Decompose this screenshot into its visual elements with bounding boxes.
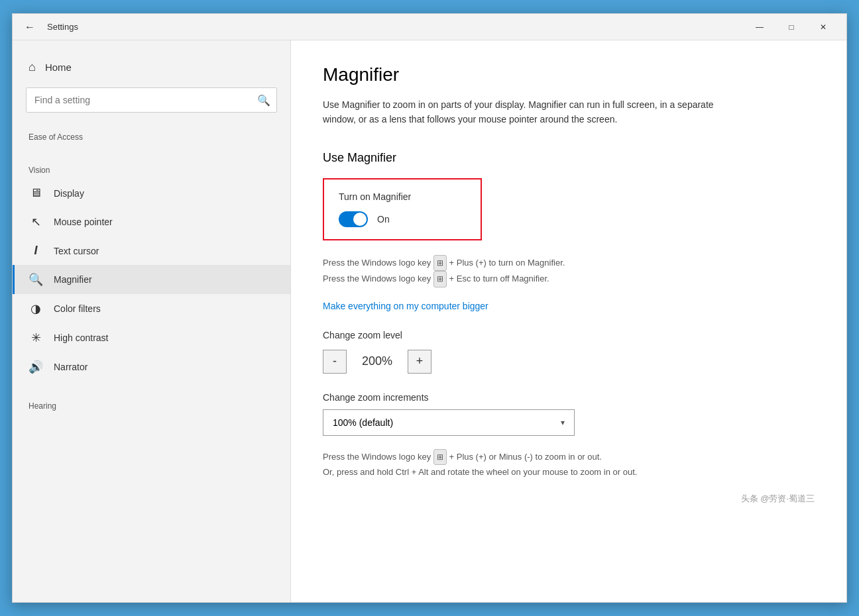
zoom-level-title: Change zoom level: [323, 330, 815, 340]
narrator-icon: 🔊: [29, 360, 43, 374]
bigger-link[interactable]: Make everything on my computer bigger: [323, 301, 815, 311]
color-filters-icon: ◑: [29, 301, 43, 316]
zoom-increments-title: Change zoom increments: [323, 392, 815, 403]
zoom-controls: - 200% +: [323, 350, 815, 374]
zoom-increments-dropdown[interactable]: 100% (default) ▾: [323, 409, 575, 436]
content-area: ⌂ Home 🔍 Ease of Access Vision 🖥 Display…: [13, 40, 846, 602]
minimize-button[interactable]: —: [744, 17, 775, 38]
ease-of-access-label: Ease of Access: [13, 126, 290, 146]
sidebar-item-text-cursor-label: Text cursor: [54, 246, 99, 256]
zoom-increase-button[interactable]: +: [408, 350, 431, 374]
search-box: 🔍: [26, 87, 277, 113]
footer-hint: Press the Windows logo key ⊞ + Plus (+) …: [323, 449, 747, 480]
sidebar-item-magnifier-label: Magnifier: [54, 274, 92, 285]
sidebar-item-narrator-label: Narrator: [54, 362, 87, 372]
high-contrast-icon: ✳: [29, 331, 43, 345]
sidebar-item-mouse-pointer-label: Mouse pointer: [54, 217, 113, 227]
page-title: Magnifier: [323, 64, 815, 85]
sidebar-item-color-filters[interactable]: ◑ Color filters: [13, 294, 290, 323]
search-input[interactable]: [26, 87, 277, 113]
text-cursor-icon: I: [29, 244, 43, 258]
sidebar-item-home[interactable]: ⌂ Home: [13, 54, 290, 81]
zoom-value: 200%: [357, 354, 397, 368]
window-controls: — □ ✕: [744, 17, 838, 38]
magnifier-toggle-card: Turn on Magnifier On: [323, 178, 482, 240]
use-magnifier-title: Use Magnifier: [323, 151, 815, 165]
titlebar: ← Settings — □ ✕: [13, 14, 846, 40]
windows-key-1: ⊞: [433, 255, 447, 271]
hearing-section-label: Hearing: [13, 395, 290, 415]
sidebar-item-display[interactable]: 🖥 Display: [13, 179, 290, 207]
mouse-pointer-icon: ↖: [29, 215, 43, 229]
hint-text-on: Press the Windows logo key ⊞ + Plus (+) …: [323, 255, 747, 287]
chevron-down-icon: ▾: [561, 418, 565, 427]
sidebar-item-color-filters-label: Color filters: [54, 303, 101, 314]
sidebar-item-mouse-pointer[interactable]: ↖ Mouse pointer: [13, 207, 290, 236]
main-content: Magnifier Use Magnifier to zoom in on pa…: [291, 40, 846, 602]
close-button[interactable]: ✕: [808, 17, 838, 38]
home-label: Home: [45, 62, 72, 73]
toggle-row: On: [339, 211, 466, 227]
page-description: Use Magnifier to zoom in on parts of you…: [323, 97, 720, 127]
toggle-state: On: [377, 214, 390, 225]
sidebar-item-display-label: Display: [54, 188, 84, 199]
sidebar-item-high-contrast-label: High contrast: [54, 333, 108, 343]
watermark: 头条 @劳资·蜀道三: [323, 493, 815, 505]
sidebar-item-magnifier[interactable]: 🔍 Magnifier: [13, 265, 290, 294]
sidebar-item-text-cursor[interactable]: I Text cursor: [13, 236, 290, 265]
magnifier-icon: 🔍: [29, 272, 43, 287]
display-icon: 🖥: [29, 186, 43, 200]
windows-key-2: ⊞: [433, 271, 447, 287]
maximize-button[interactable]: □: [776, 17, 807, 38]
settings-window: ← Settings — □ ✕ ⌂ Home 🔍 Ease of Access: [12, 13, 847, 603]
zoom-increment-value: 100% (default): [333, 417, 393, 428]
home-icon: ⌂: [29, 60, 36, 74]
windows-key-3: ⊞: [433, 449, 447, 465]
toggle-label: Turn on Magnifier: [339, 191, 466, 202]
zoom-decrease-button[interactable]: -: [323, 350, 347, 374]
sidebar-item-narrator[interactable]: 🔊 Narrator: [13, 352, 290, 382]
sidebar: ⌂ Home 🔍 Ease of Access Vision 🖥 Display…: [13, 40, 291, 602]
vision-section-label: Vision: [13, 159, 290, 179]
window-title: Settings: [47, 22, 744, 32]
magnifier-toggle[interactable]: [339, 211, 368, 227]
back-button[interactable]: ←: [21, 19, 39, 36]
sidebar-item-high-contrast[interactable]: ✳ High contrast: [13, 323, 290, 352]
